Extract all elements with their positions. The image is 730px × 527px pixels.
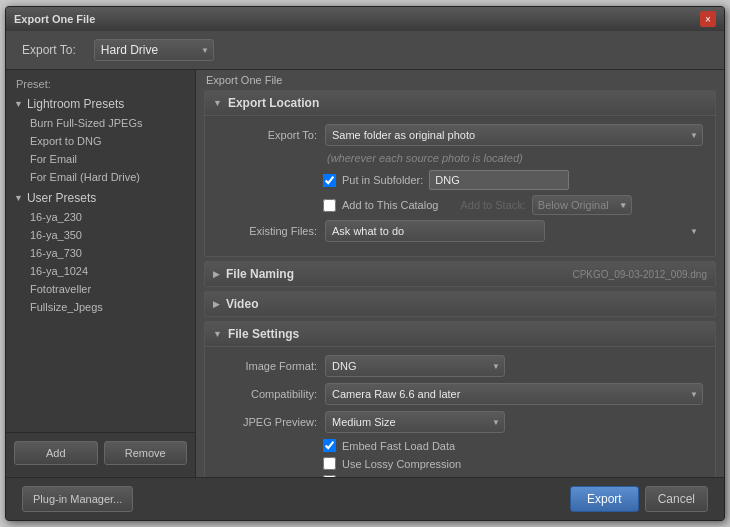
existing-files-label: Existing Files:: [217, 225, 317, 237]
right-panel-label: Export One File: [196, 70, 724, 90]
folder-note: (wherever each source photo is located): [327, 152, 703, 164]
embed-fast-load-row: Embed Fast Load Data: [323, 439, 703, 452]
image-format-label: Image Format:: [217, 360, 317, 372]
add-to-catalog-label[interactable]: Add to This Catalog: [342, 199, 438, 211]
add-to-stack-label: Add to Stack:: [460, 198, 525, 212]
compatibility-select[interactable]: Camera Raw 6.6 and later: [325, 383, 703, 405]
user-presets-group: ▼ User Presets 16-ya_230 16-ya_350 16-ya…: [6, 188, 195, 316]
export-to-top-wrapper: Hard Drive: [94, 39, 214, 61]
compatibility-label: Compatibility:: [217, 388, 317, 400]
preset-item-fullsize[interactable]: Fullsize_Jpegs: [6, 298, 195, 316]
file-naming-header[interactable]: ▶ File Naming CPKGO_09-03-2012_009.dng: [205, 262, 715, 286]
file-settings-title: File Settings: [228, 327, 299, 341]
lightroom-presets-header[interactable]: ▼ Lightroom Presets: [6, 94, 195, 114]
lightroom-presets-label: Lightroom Presets: [27, 97, 124, 111]
preset-label: Preset:: [6, 74, 195, 92]
embed-fast-load-checkbox[interactable]: [323, 439, 336, 452]
location-export-to-select[interactable]: Same folder as original photo: [325, 124, 703, 146]
preset-item-dng[interactable]: Export to DNG: [6, 132, 195, 150]
left-panel-buttons: Add Remove: [6, 432, 195, 473]
preset-item-email-hd[interactable]: For Email (Hard Drive): [6, 168, 195, 186]
export-location-header[interactable]: ▼ Export Location: [205, 91, 715, 116]
preset-item-730[interactable]: 16-ya_730: [6, 244, 195, 262]
below-original-wrapper: Below Original ▼: [532, 195, 632, 215]
video-section: ▶ Video: [204, 291, 716, 317]
jpeg-preview-select[interactable]: Medium Size: [325, 411, 505, 433]
file-naming-section: ▶ File Naming CPKGO_09-03-2012_009.dng: [204, 261, 716, 287]
add-to-catalog-checkbox[interactable]: [323, 199, 336, 212]
image-format-select[interactable]: DNG: [325, 355, 505, 377]
embed-fast-load-label[interactable]: Embed Fast Load Data: [342, 440, 455, 452]
export-dialog: Export One File × Export To: Hard Drive …: [5, 6, 725, 521]
lightroom-presets-group: ▼ Lightroom Presets Burn Full-Sized JPEG…: [6, 94, 195, 186]
file-naming-title: File Naming: [226, 267, 294, 281]
top-bar: Export To: Hard Drive: [6, 31, 724, 70]
bottom-bar: Plug-in Manager... Export Cancel: [6, 477, 724, 520]
close-button[interactable]: ×: [700, 11, 716, 27]
preset-item-fototraveller[interactable]: Fototraveller: [6, 280, 195, 298]
file-naming-arrow-icon: ▶: [213, 269, 220, 279]
use-lossy-label[interactable]: Use Lossy Compression: [342, 458, 461, 470]
video-title: Video: [226, 297, 258, 311]
jpeg-preview-wrapper: Medium Size: [325, 411, 505, 433]
image-format-wrapper: DNG: [325, 355, 505, 377]
export-location-body: Export To: Same folder as original photo: [205, 116, 715, 256]
preset-item-email[interactable]: For Email: [6, 150, 195, 168]
below-original-select[interactable]: Below Original: [532, 195, 632, 215]
location-export-to-wrapper: Same folder as original photo: [325, 124, 703, 146]
image-format-row: Image Format: DNG: [217, 355, 703, 377]
file-settings-header[interactable]: ▼ File Settings: [205, 322, 715, 347]
compatibility-row: Compatibility: Camera Raw 6.6 and later: [217, 383, 703, 405]
lightroom-arrow-icon: ▼: [14, 99, 23, 109]
export-location-arrow-icon: ▼: [213, 98, 222, 108]
user-presets-header[interactable]: ▼ User Presets: [6, 188, 195, 208]
compatibility-control: Camera Raw 6.6 and later: [325, 383, 703, 405]
existing-files-control: Ask what to do: [325, 220, 703, 242]
video-header[interactable]: ▶ Video: [205, 292, 715, 316]
preset-item-1024[interactable]: 16-ya_1024: [6, 262, 195, 280]
jpeg-preview-label: JPEG Preview:: [217, 416, 317, 428]
left-panel: Preset: ▼ Lightroom Presets Burn Full-Si…: [6, 70, 196, 477]
use-lossy-row: Use Lossy Compression: [323, 457, 703, 470]
subfolder-label[interactable]: Put in Subfolder:: [342, 174, 423, 186]
add-to-stack-label-text: Add to Stack:: [460, 199, 525, 211]
video-arrow-icon: ▶: [213, 299, 220, 309]
remove-preset-button[interactable]: Remove: [104, 441, 188, 465]
file-settings-arrow-icon: ▼: [213, 329, 222, 339]
dialog-title: Export One File: [14, 13, 95, 25]
use-lossy-checkbox[interactable]: [323, 457, 336, 470]
file-settings-body: Image Format: DNG Compat: [205, 347, 715, 477]
subfolder-input[interactable]: [429, 170, 569, 190]
export-location-section: ▼ Export Location Export To: Same folder…: [204, 90, 716, 257]
existing-files-wrapper: Ask what to do: [325, 220, 703, 242]
compatibility-wrapper: Camera Raw 6.6 and later: [325, 383, 703, 405]
catalog-stack-row: Add to This Catalog Add to Stack: Below …: [323, 195, 703, 215]
jpeg-preview-row: JPEG Preview: Medium Size: [217, 411, 703, 433]
user-presets-label: User Presets: [27, 191, 96, 205]
jpeg-preview-control: Medium Size: [325, 411, 703, 433]
file-settings-section: ▼ File Settings Image Format: DNG: [204, 321, 716, 477]
user-presets-arrow-icon: ▼: [14, 193, 23, 203]
export-button[interactable]: Export: [570, 486, 639, 512]
title-bar: Export One File ×: [6, 7, 724, 31]
right-buttons: Export Cancel: [570, 486, 708, 512]
existing-files-select[interactable]: Ask what to do: [325, 220, 545, 242]
preset-item-350[interactable]: 16-ya_350: [6, 226, 195, 244]
image-format-control: DNG: [325, 355, 703, 377]
cancel-button[interactable]: Cancel: [645, 486, 708, 512]
export-to-top-label: Export To:: [22, 43, 76, 57]
subfolder-checkbox[interactable]: [323, 174, 336, 187]
export-to-top-select[interactable]: Hard Drive: [94, 39, 214, 61]
preset-item-burn[interactable]: Burn Full-Sized JPEGs: [6, 114, 195, 132]
export-location-title: Export Location: [228, 96, 319, 110]
add-preset-button[interactable]: Add: [14, 441, 98, 465]
plugin-manager-button[interactable]: Plug-in Manager...: [22, 486, 133, 512]
preset-item-230[interactable]: 16-ya_230: [6, 208, 195, 226]
location-export-to-label: Export To:: [217, 129, 317, 141]
subfolder-row: Put in Subfolder:: [323, 170, 703, 190]
existing-files-row: Existing Files: Ask what to do: [217, 220, 703, 242]
main-area: Preset: ▼ Lightroom Presets Burn Full-Si…: [6, 70, 724, 477]
right-content: ▼ Export Location Export To: Same folder…: [196, 90, 724, 477]
location-export-to-control: Same folder as original photo: [325, 124, 703, 146]
right-panel: Export One File ▼ Export Location Export…: [196, 70, 724, 477]
